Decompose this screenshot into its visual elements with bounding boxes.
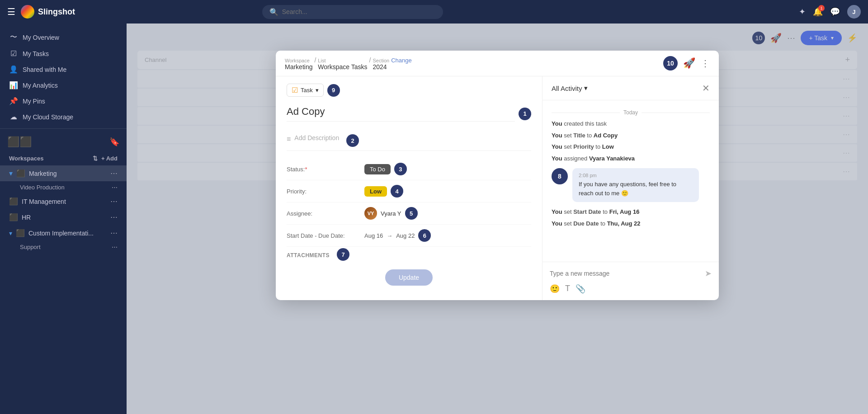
sub-item-label-video-production: Video Production — [20, 184, 65, 191]
activity-log-created: You created this task — [552, 119, 710, 128]
sub-item-more-support[interactable]: ⋯ — [112, 244, 118, 250]
sidebar-item-my-analytics[interactable]: 📊 My Analytics — [0, 77, 127, 93]
message-bubble: 2:08 pm If you have any questions, feel … — [572, 168, 699, 202]
num-badge-3: 3 — [394, 163, 407, 175]
priority-field-value: Low 4 — [364, 185, 403, 198]
priority-row: Priority: Low 4 — [287, 180, 531, 202]
modal-header: Workspace Marketing / List Workspace Tas… — [276, 51, 719, 76]
it-more-icon[interactable]: ⋯ — [110, 197, 118, 206]
status-row: Status:* To Do 3 — [287, 158, 531, 180]
bookmarks-icon[interactable]: 🔖 — [109, 137, 119, 147]
sort-workspaces-icon[interactable]: ⇅ — [93, 155, 98, 162]
num-badge-2: 2 — [346, 134, 359, 147]
hr-more-icon[interactable]: ⋯ — [110, 213, 118, 221]
description-placeholder[interactable]: Add Description — [294, 134, 339, 141]
user-avatar[interactable]: J — [847, 5, 861, 19]
task-type-button[interactable]: ☑ Task ▾ — [287, 84, 324, 97]
activity-log-assignee: You assigned Vyara Yanakieva — [552, 154, 710, 163]
status-label: Status:* — [287, 166, 359, 173]
sub-item-video-production[interactable]: Video Production ⋯ — [0, 181, 127, 193]
task-title-input[interactable] — [287, 102, 515, 122]
custom-more-icon[interactable]: ⋯ — [110, 229, 118, 237]
section-crumb-label: Section — [373, 58, 389, 63]
sidebar-label-my-tasks: My Tasks — [23, 50, 49, 57]
rocket-icon[interactable]: 🚀 — [683, 57, 695, 69]
log-actor-2: You — [552, 132, 562, 139]
description-row[interactable]: ≡ Add Description 2 — [287, 131, 531, 151]
sep2: / — [369, 56, 371, 64]
workspace-more-icon[interactable]: ⋯ — [110, 169, 118, 178]
activity-dropdown-icon: ▾ — [584, 84, 588, 92]
status-pill[interactable]: To Do — [364, 164, 391, 174]
activity-date-divider: Today — [552, 109, 710, 116]
message-input[interactable] — [550, 270, 701, 277]
assignee-field-value: VY Vyara Y 5 — [364, 207, 418, 220]
workspace-icon: ⬛ — [16, 169, 25, 178]
dates-row: Start Date - Due Date: Aug 16 → Aug 22 6 — [287, 225, 531, 247]
attachments-header: ATTACHMENTS — [287, 247, 330, 262]
activity-title-dropdown[interactable]: All Activity ▾ — [552, 84, 588, 92]
list-crumb-label: List — [318, 58, 367, 63]
workspace-item-marketing[interactable]: ▾ ⬛ Marketing ⋯ — [0, 165, 127, 181]
analytics-icon: 📊 — [9, 81, 18, 89]
task-type-label: Task — [301, 87, 313, 94]
sidebar-label-my-analytics: My Analytics — [23, 82, 58, 89]
assignee-row: Assignee: VY Vyara Y 5 — [287, 202, 531, 225]
assignee-label: Assignee: — [287, 210, 359, 217]
dates-label: Start Date - Due Date: — [287, 232, 359, 239]
emoji-tool-icon[interactable]: 🙂 — [550, 284, 560, 294]
sidebar-item-my-tasks[interactable]: ☑ My Tasks — [0, 46, 127, 61]
pins-icon: 📌 — [9, 97, 18, 105]
sidebar-item-my-overview[interactable]: 〜 My Overview — [0, 29, 127, 46]
sep1: / — [314, 56, 316, 64]
notification-icon[interactable]: 🔔 1 — [813, 7, 823, 17]
close-modal-button[interactable]: ✕ — [702, 83, 710, 94]
search-bar[interactable]: 🔍 — [262, 5, 443, 19]
workspace-label-hr: HR — [22, 214, 31, 221]
date-range[interactable]: Aug 16 → Aug 22 — [364, 232, 415, 239]
workspace-item-custom-impl[interactable]: ▾ ⬛ Custom Implementati... ⋯ — [0, 225, 127, 241]
hamburger-icon[interactable]: ☰ — [7, 6, 15, 17]
main-content: 10 🚀 ⋯ + Task ▾ ⚡ Channel + ⋯ ⋯ — [127, 24, 868, 414]
sidebar-item-my-cloud-storage[interactable]: ☁ My Cloud Storage — [0, 109, 127, 125]
status-field-value: To Do 3 — [364, 163, 407, 175]
change-link[interactable]: Change — [391, 57, 412, 64]
text-format-tool-icon[interactable]: T — [565, 284, 570, 294]
task-panel: ☑ Task ▾ 9 1 ≡ Add Description — [276, 76, 542, 300]
workspace-label-custom-impl: Custom Implementati... — [28, 230, 94, 237]
sub-item-label-support: Support — [20, 244, 41, 250]
log-action-start: set Start Date to — [564, 208, 609, 215]
activity-title-text: All Activity — [552, 85, 582, 92]
workspace-item-it-management[interactable]: ⬛ IT Management ⋯ — [0, 193, 127, 209]
shared-icon: 👤 — [9, 65, 18, 74]
assignee-avatar[interactable]: VY — [364, 207, 377, 220]
sidebar-item-my-pins[interactable]: 📌 My Pins — [0, 93, 127, 109]
log-actor-start: You — [552, 208, 562, 215]
priority-pill[interactable]: Low — [364, 186, 387, 197]
desc-lines-icon: ≡ — [287, 135, 291, 143]
priority-label: Priority: — [287, 188, 359, 195]
sub-item-support[interactable]: Support ⋯ — [0, 241, 127, 253]
assignee-name: Vyara Y — [381, 210, 401, 217]
ai-icon[interactable]: ✦ — [799, 7, 806, 17]
log-assignee-value: Vyara Yanakieva — [589, 155, 635, 162]
modal-body: ☑ Task ▾ 9 1 ≡ Add Description — [276, 76, 719, 300]
sub-item-more-video[interactable]: ⋯ — [112, 184, 118, 191]
activity-log-due-date: You set Due Date to Thu, Aug 22 — [552, 219, 710, 228]
activity-body: Today You created this task You set Titl… — [542, 100, 719, 262]
log-start-value: Fri, Aug 16 — [609, 208, 640, 215]
workspace-item-hr[interactable]: ⬛ HR ⋯ — [0, 209, 127, 225]
chat-icon[interactable]: 💬 — [830, 7, 840, 17]
sidebar-item-shared-with-me[interactable]: 👤 Shared with Me — [0, 61, 127, 77]
assignee-initials: VY — [368, 211, 374, 216]
search-input[interactable] — [282, 8, 436, 15]
log-action-4: assigned — [564, 155, 589, 162]
message-time: 2:08 pm — [579, 173, 693, 178]
more-options-icon[interactable]: ⋮ — [701, 58, 710, 69]
log-actor-3: You — [552, 143, 562, 150]
message-toolbar: 🙂 T 📎 — [550, 282, 712, 296]
update-button[interactable]: Update — [385, 269, 433, 286]
attachment-tool-icon[interactable]: 📎 — [576, 284, 585, 294]
send-message-button[interactable]: ➤ — [705, 268, 712, 278]
add-workspace-btn[interactable]: + Add — [101, 155, 118, 162]
